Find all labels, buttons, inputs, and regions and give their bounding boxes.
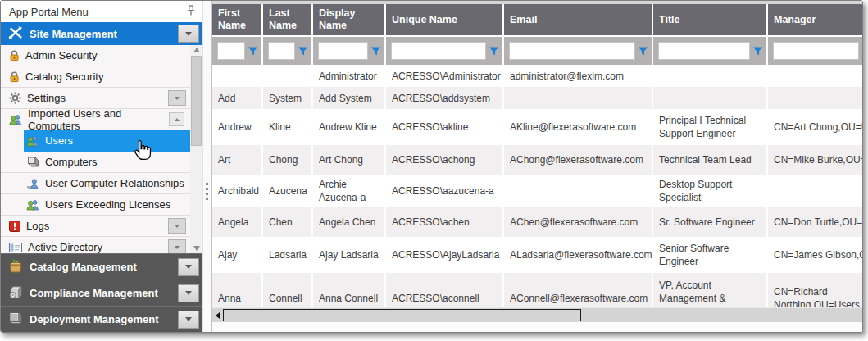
column-header-display-name[interactable]: Display Name <box>313 4 386 35</box>
expand-button[interactable] <box>168 239 186 253</box>
cell-manager: CN=Mike Burke,OU= <box>768 145 862 175</box>
user-computer-icon <box>26 178 39 189</box>
cell-unique: ACRESSO\aconnell <box>386 273 504 307</box>
column-header-email[interactable]: Email <box>504 4 653 35</box>
cell-email: ALadsaria@flexerasoftware.com <box>504 237 653 273</box>
grid-header-row: First NameLast NameDisplay NameUnique Na… <box>212 4 862 35</box>
filter-cell <box>653 37 768 65</box>
cell-title <box>653 87 768 109</box>
cell-display: Archie Azucena-a <box>313 175 386 207</box>
scrollbar-thumb[interactable] <box>191 56 202 146</box>
users-group-icon <box>9 114 22 125</box>
sidebar-section-deployment-management[interactable]: Deployment Management <box>1 306 202 332</box>
sidebar-body: Admin SecurityCatalog SecuritySettingsIm… <box>1 45 202 253</box>
cell-title: Principal I Technical Support Engineer <box>653 109 768 145</box>
filter-input-email[interactable] <box>509 42 635 60</box>
sidebar-item-label: Computers <box>45 156 98 168</box>
expand-section-button[interactable] <box>178 284 199 302</box>
directory-icon <box>9 243 22 252</box>
table-row[interactable]: AngelaChenAngela ChenACRESSO\achenAChen@… <box>212 207 862 237</box>
filter-input-display-name[interactable] <box>318 42 368 60</box>
sidebar-item-settings[interactable]: Settings <box>1 88 190 109</box>
expand-button[interactable] <box>168 218 186 234</box>
logs-icon <box>9 221 20 232</box>
cell-email: AChong@flexerasoftware.com <box>504 145 653 175</box>
pin-icon[interactable] <box>186 5 196 19</box>
expand-section-button[interactable] <box>178 258 199 276</box>
sidebar-title: App Portal Menu <box>9 6 186 18</box>
filter-input-first-name[interactable] <box>217 42 245 60</box>
filter-icon[interactable] <box>638 46 648 57</box>
scroll-up-icon[interactable] <box>193 48 200 52</box>
expand-button[interactable] <box>168 90 186 106</box>
sidebar-item-label: User Computer Relationships <box>45 177 184 189</box>
cell-display: Add System <box>313 87 386 109</box>
column-header-manager[interactable]: Manager <box>768 4 862 35</box>
table-row[interactable]: AjayLadsariaAjay LadsariaACRESSO\AjayLad… <box>212 237 862 273</box>
cell-last: Connell <box>263 273 313 307</box>
cell-last: Chen <box>263 207 313 237</box>
filter-icon[interactable] <box>752 46 763 57</box>
filter-cell <box>768 37 862 65</box>
scrollbar-thumb[interactable] <box>223 309 581 321</box>
compliance-icon <box>7 285 24 302</box>
filter-input-last-name[interactable] <box>268 42 295 60</box>
table-row[interactable]: AdministratorACRESSO\Administratoradmini… <box>212 65 862 87</box>
sidebar-section-compliance-management[interactable]: Compliance Management <box>1 280 202 306</box>
cell-first: Ajay <box>212 237 263 273</box>
table-row[interactable]: ArtChongArt ChongACRESSO\achongAChong@fl… <box>212 145 862 175</box>
filter-icon[interactable] <box>298 46 308 57</box>
sidebar-item-admin-security[interactable]: Admin Security <box>1 45 190 66</box>
column-header-unique-name[interactable]: Unique Name <box>386 4 504 35</box>
filter-icon[interactable] <box>370 46 381 57</box>
sidebar-scrollbar[interactable] <box>190 45 202 253</box>
sidebar-item-imported-users-and-computers[interactable]: Imported Users and Computers <box>1 109 190 130</box>
panel-splitter[interactable] <box>202 1 211 332</box>
cell-display: Andrew Kline <box>313 109 386 145</box>
filter-cell <box>212 37 263 65</box>
horizontal-scrollbar[interactable] <box>212 307 862 322</box>
cell-last: Azucena <box>263 175 313 207</box>
sidebar-section-catalog-management[interactable]: Catalog Management <box>1 253 202 280</box>
cell-last: Chong <box>263 145 313 175</box>
cell-last: Ladsaria <box>263 237 313 273</box>
sidebar-section-site-management[interactable]: Site Management <box>1 22 202 45</box>
cell-title: VP, Account Management & Compliance <box>653 273 768 307</box>
filter-input-title[interactable] <box>658 42 750 60</box>
sidebar-item-catalog-security[interactable]: Catalog Security <box>1 66 190 88</box>
filter-input-unique-name[interactable] <box>391 42 486 60</box>
sidebar-item-logs[interactable]: Logs <box>1 216 190 237</box>
table-row[interactable]: AnnaConnellAnna ConnellACRESSO\aconnellA… <box>212 273 862 307</box>
sidebar-item-label: Imported Users and Computers <box>28 107 163 132</box>
filter-icon[interactable] <box>489 46 499 57</box>
sidebar-item-users[interactable]: Users <box>24 130 190 152</box>
expand-section-button[interactable] <box>178 311 199 329</box>
table-row[interactable]: ArchibaldAzucenaArchie Azucena-aACRESSO\… <box>212 175 862 207</box>
cell-unique: ACRESSO\Administrator <box>386 65 504 87</box>
table-row[interactable]: AddSystemAdd SystemACRESSO\addsystem <box>212 87 862 109</box>
sidebar-item-label: Users Exceeding Licenses <box>45 198 170 211</box>
sidebar-item-users-exceeding-licenses[interactable]: Users Exceeding Licenses <box>1 194 190 216</box>
filter-cell <box>313 37 386 65</box>
cell-title: Sr. Software Engineer <box>653 207 768 237</box>
column-header-last-name[interactable]: Last Name <box>263 4 313 35</box>
column-header-title[interactable]: Title <box>653 4 768 35</box>
collapse-section-button[interactable] <box>178 25 199 43</box>
column-header-first-name[interactable]: First Name <box>212 4 263 35</box>
scroll-down-icon[interactable] <box>193 246 200 251</box>
cell-email <box>504 175 653 207</box>
sidebar-item-active-directory[interactable]: Active Directory <box>1 237 190 253</box>
section-label: Site Management <box>30 28 117 40</box>
section-label: Catalog Management <box>30 261 137 273</box>
filter-icon[interactable] <box>248 46 258 57</box>
cell-unique: ACRESSO\addsystem <box>386 87 504 109</box>
sidebar-item-label: Admin Security <box>25 49 97 61</box>
filter-input-manager[interactable] <box>773 42 859 60</box>
scroll-left-icon[interactable] <box>212 312 223 319</box>
cell-display: Ajay Ladsaria <box>313 237 386 273</box>
sidebar-item-computers[interactable]: Computers <box>1 152 190 173</box>
sidebar-item-user-computer-relationships[interactable]: User Computer Relationships <box>1 173 190 194</box>
collapse-button[interactable] <box>169 112 184 126</box>
table-row[interactable]: AndrewKlineAndrew KlineACRESSO\aklineAKl… <box>212 109 862 145</box>
filter-cell <box>263 37 313 65</box>
